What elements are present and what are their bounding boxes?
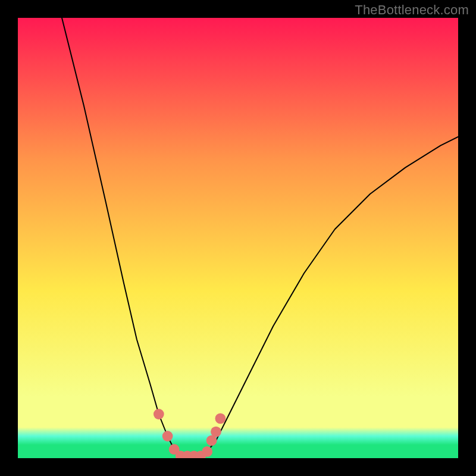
marker-dot [211, 427, 221, 437]
chart-area [18, 18, 458, 458]
watermark-text: TheBottleneck.com [355, 2, 469, 18]
marker-dot [202, 446, 212, 457]
marker-dot [215, 414, 226, 424]
gradient-bg [18, 18, 458, 458]
chart-stage: TheBottleneck.com [0, 0, 476, 476]
chart-svg [18, 18, 458, 458]
marker-dot [154, 409, 164, 419]
marker-dot [162, 431, 173, 441]
